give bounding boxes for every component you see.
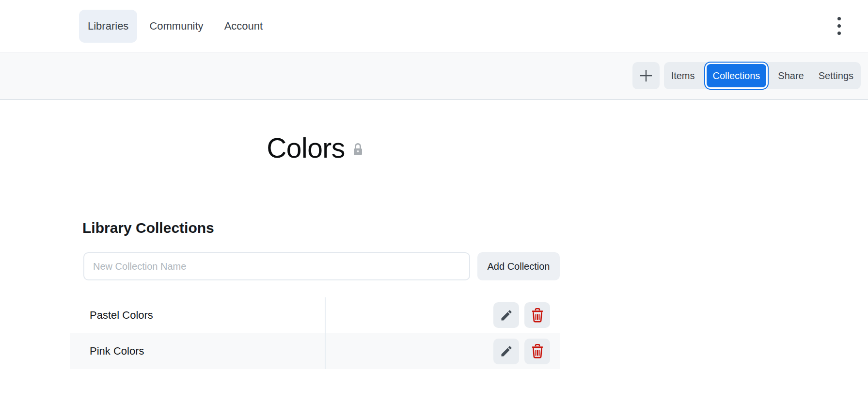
add-button[interactable] [632,62,660,89]
collection-row: Pastel Colors [70,297,560,333]
edit-collection-button[interactable] [493,302,519,328]
kebab-vertical-icon [837,17,841,20]
overflow-menu-button[interactable] [827,15,851,38]
delete-collection-button[interactable] [524,339,550,364]
delete-collection-button[interactable] [524,302,550,328]
lock-icon [352,142,363,157]
tab-share[interactable]: Share [771,62,811,89]
trash-icon [530,343,545,359]
page-title: Colors [267,134,345,162]
column-divider [325,297,326,369]
collection-name: Pink Colors [90,345,144,358]
plus-icon [639,68,653,83]
add-collection-form: Add Collection [83,252,560,280]
tab-settings[interactable]: Settings [811,62,861,89]
library-toolbar: Items Collections Share Settings [0,52,868,100]
pencil-icon [500,309,513,322]
collection-name: Pastel Colors [90,309,153,322]
main-content: Colors Library Collections Add Collectio… [0,134,868,369]
nav-tab-account[interactable]: Account [216,10,272,43]
tab-items[interactable]: Items [664,62,702,89]
section-heading: Library Collections [82,219,560,237]
tab-collections[interactable]: Collections [707,64,767,87]
new-collection-name-input[interactable] [83,252,470,280]
collections-list: Pastel Colors [70,297,560,369]
library-collections-section: Library Collections Add Collection Paste… [70,219,560,369]
trash-icon [530,308,545,323]
collection-row: Pink Colors [70,333,560,369]
view-segmented-control: Items Collections Share Settings [664,62,861,89]
nav-tab-community[interactable]: Community [141,10,212,43]
pencil-icon [500,344,513,358]
top-navigation: Libraries Community Account [0,0,868,52]
nav-tab-libraries[interactable]: Libraries [79,10,137,43]
add-collection-button[interactable]: Add Collection [477,252,560,280]
edit-collection-button[interactable] [493,339,519,364]
library-title-row: Colors [70,134,560,162]
primary-nav-tabs: Libraries Community Account [79,10,271,43]
